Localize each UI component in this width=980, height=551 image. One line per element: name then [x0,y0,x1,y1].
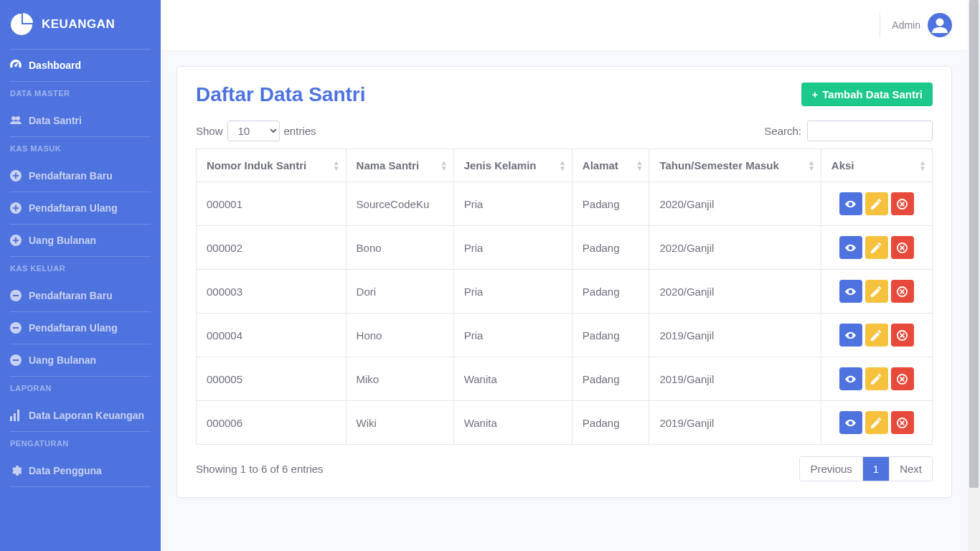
cell-tahun: 2020/Ganjil [649,182,821,226]
sidebar-item[interactable]: Data Santri [0,105,161,136]
delete-icon [897,286,908,297]
table-row: 000001SourceCodeKuPriaPadang2020/Ganjil [197,182,933,226]
sidebar-item-label: Data Pengguna [29,465,102,476]
sort-icon: ▲▼ [440,160,446,171]
cell-alamat: Padang [572,357,649,401]
cell-nama: Hono [346,314,453,357]
cell-tahun: 2020/Ganjil [649,270,821,314]
column-header[interactable]: Jenis Kelamin▲▼ [453,149,572,182]
view-button[interactable] [839,192,862,215]
sidebar-heading: PENGATURAN [0,432,161,455]
brand-text: KEUANGAN [42,17,115,32]
table-row: 000004HonoPriaPadang2019/Ganjil [197,314,933,357]
view-button[interactable] [839,324,862,347]
cell-aksi [821,401,932,445]
page-prev-button[interactable]: Previous [800,457,862,481]
sidebar-heading: LAPORAN [0,377,161,400]
minus-circle-icon [10,290,22,301]
delete-button[interactable] [891,192,914,215]
delete-button[interactable] [891,236,914,259]
edit-button[interactable] [865,324,888,347]
cell-nama: Wiki [346,401,453,445]
sidebar: KEUANGAN Dashboard DATA MASTERData Santr… [0,0,161,551]
sidebar-item-label: Pendaftaran Baru [29,290,113,301]
avatar[interactable] [928,13,952,37]
brand[interactable]: KEUANGAN [0,0,161,49]
cell-nis: 000002 [197,226,347,270]
cell-aksi [821,357,932,401]
search-label: Search: [764,125,801,137]
sidebar-item[interactable]: Data Pengguna [0,455,161,486]
view-button[interactable] [839,411,862,434]
edit-button[interactable] [865,280,888,303]
column-header[interactable]: Aksi▲▼ [821,149,932,182]
sort-icon: ▲▼ [333,160,339,171]
sidebar-item-dashboard[interactable]: Dashboard [0,50,161,81]
sidebar-item[interactable]: Uang Bulanan [0,344,161,376]
page-next-button[interactable]: Next [889,457,932,481]
search-input[interactable] [807,121,933,141]
cell-aksi [821,270,932,314]
sidebar-item[interactable]: Pendaftaran Baru [0,280,161,311]
card-daftar-santri: Daftar Data Santri + Tambah Data Santri … [176,66,952,498]
table-row: 000003DoriPriaPadang2020/Ganjil [197,270,933,314]
pagination: Previous 1 Next [799,456,933,481]
column-header[interactable]: Tahun/Semester Masuk▲▼ [649,149,821,182]
edit-button[interactable] [865,236,888,259]
view-button[interactable] [839,236,862,259]
scrollbar-track[interactable] [968,0,980,551]
plus-circle-icon [10,170,22,182]
plus-circle-icon [10,202,22,214]
cell-aksi [821,226,932,270]
scrollbar-thumb[interactable] [969,0,979,488]
topbar-divider [880,13,880,37]
edit-icon [871,418,882,428]
view-button[interactable] [839,367,862,390]
eye-icon [845,199,856,209]
sidebar-item[interactable]: Pendaftaran Baru [0,160,161,192]
page-1-button[interactable]: 1 [862,457,889,481]
cell-nama: Dori [346,270,453,314]
column-header[interactable]: Alamat▲▼ [572,149,649,182]
page-length-select[interactable]: 10 [227,121,280,141]
topbar: Admin [161,0,968,50]
edit-button[interactable] [865,192,888,215]
view-button[interactable] [839,280,862,303]
user-icon [932,17,948,33]
cell-nama: Bono [346,226,453,270]
edit-icon [871,242,882,253]
edit-button[interactable] [865,411,888,434]
sidebar-item[interactable]: Pendaftaran Ulang [0,192,161,224]
sidebar-item[interactable]: Pendaftaran Ulang [0,312,161,344]
column-header[interactable]: Nomor Induk Santri▲▼ [197,149,347,182]
delete-button[interactable] [891,324,914,347]
delete-button[interactable] [891,411,914,434]
add-santri-button[interactable]: + Tambah Data Santri [801,83,933,106]
cell-nama: SourceCodeKu [346,182,453,226]
sidebar-item[interactable]: Uang Bulanan [0,225,161,256]
cell-nis: 000004 [197,314,347,357]
sidebar-item-label: Data Laporan Keuangan [29,410,144,421]
cell-tahun: 2019/Ganjil [649,314,821,357]
delete-icon [897,330,908,341]
delete-icon [897,374,908,385]
delete-button[interactable] [891,280,914,303]
edit-button[interactable] [865,367,888,390]
cell-jk: Pria [453,226,572,270]
sidebar-item[interactable]: Data Laporan Keuangan [0,400,161,431]
cell-nis: 000001 [197,182,347,226]
pie-chart-icon [10,13,33,36]
cell-aksi [821,182,932,226]
sidebar-item-label: Pendaftaran Ulang [29,322,118,334]
delete-button[interactable] [891,367,914,390]
cell-alamat: Padang [572,401,649,445]
column-header[interactable]: Nama Santri▲▼ [346,149,453,182]
cell-tahun: 2019/Ganjil [649,401,821,445]
table-info: Showing 1 to 6 of 6 entries [196,463,324,475]
cell-nis: 000006 [197,401,347,445]
eye-icon [845,374,856,385]
chart-icon [10,410,22,421]
edit-icon [871,286,882,297]
sidebar-heading: KAS KELUAR [0,257,161,280]
sidebar-item-label: Data Santri [29,115,82,126]
